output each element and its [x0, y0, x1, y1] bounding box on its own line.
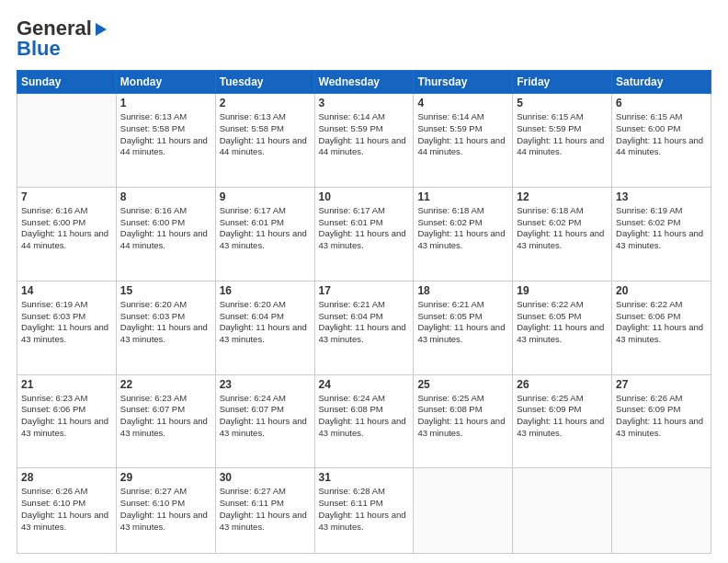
calendar-cell: 21Sunrise: 6:23 AMSunset: 6:06 PMDayligh…: [17, 374, 117, 468]
day-number: 2: [220, 97, 311, 109]
cell-info: Sunrise: 6:23 AMSunset: 6:06 PMDaylight:…: [21, 393, 112, 440]
day-number: 28: [21, 471, 112, 484]
cell-info: Sunrise: 6:27 AMSunset: 6:10 PMDaylight:…: [120, 486, 211, 533]
cell-info: Sunrise: 6:24 AMSunset: 6:07 PMDaylight:…: [220, 393, 311, 440]
calendar-cell: 27Sunrise: 6:26 AMSunset: 6:09 PMDayligh…: [612, 374, 711, 468]
calendar-cell: 11Sunrise: 6:18 AMSunset: 6:02 PMDayligh…: [414, 187, 513, 281]
logo-blue: Blue: [17, 37, 61, 61]
calendar-week-3: 14Sunrise: 6:19 AMSunset: 6:03 PMDayligh…: [17, 281, 711, 374]
day-number: 24: [319, 378, 410, 391]
calendar-cell: 15Sunrise: 6:20 AMSunset: 6:03 PMDayligh…: [116, 281, 215, 374]
calendar-cell: [17, 94, 117, 188]
calendar-cell: 26Sunrise: 6:25 AMSunset: 6:09 PMDayligh…: [513, 374, 612, 468]
day-number: 5: [517, 97, 608, 109]
calendar-week-5: 28Sunrise: 6:26 AMSunset: 6:10 PMDayligh…: [17, 468, 711, 554]
cell-info: Sunrise: 6:19 AMSunset: 6:03 PMDaylight:…: [21, 299, 112, 346]
cell-info: Sunrise: 6:26 AMSunset: 6:10 PMDaylight:…: [21, 486, 112, 533]
calendar-cell: 10Sunrise: 6:17 AMSunset: 6:01 PMDayligh…: [314, 187, 414, 281]
cell-info: Sunrise: 6:14 AMSunset: 5:59 PMDaylight:…: [319, 111, 410, 158]
calendar-cell: 9Sunrise: 6:17 AMSunset: 6:01 PMDaylight…: [215, 187, 314, 281]
page: General Blue SundayMondayTuesdayWednesda…: [0, 0, 728, 563]
cell-info: Sunrise: 6:13 AMSunset: 5:58 PMDaylight:…: [120, 111, 211, 158]
cell-info: Sunrise: 6:15 AMSunset: 6:00 PMDaylight:…: [616, 111, 707, 158]
day-number: 14: [21, 284, 112, 297]
calendar-week-2: 7Sunrise: 6:16 AMSunset: 6:00 PMDaylight…: [17, 187, 711, 281]
cell-info: Sunrise: 6:21 AMSunset: 6:04 PMDaylight:…: [319, 299, 410, 346]
day-number: 19: [517, 284, 608, 297]
day-number: 13: [616, 190, 707, 203]
cell-info: Sunrise: 6:20 AMSunset: 6:03 PMDaylight:…: [120, 299, 211, 346]
day-number: 16: [220, 284, 311, 297]
calendar-cell: 5Sunrise: 6:15 AMSunset: 5:59 PMDaylight…: [513, 94, 612, 188]
calendar-cell: 2Sunrise: 6:13 AMSunset: 5:58 PMDaylight…: [215, 94, 314, 188]
calendar-cell: 18Sunrise: 6:21 AMSunset: 6:05 PMDayligh…: [414, 281, 513, 374]
cell-info: Sunrise: 6:25 AMSunset: 6:09 PMDaylight:…: [517, 393, 608, 440]
cell-info: Sunrise: 6:26 AMSunset: 6:09 PMDaylight:…: [616, 393, 707, 440]
calendar-cell: 22Sunrise: 6:23 AMSunset: 6:07 PMDayligh…: [116, 374, 215, 468]
calendar-cell: 3Sunrise: 6:14 AMSunset: 5:59 PMDaylight…: [314, 94, 414, 188]
calendar-cell: 31Sunrise: 6:28 AMSunset: 6:11 PMDayligh…: [314, 468, 414, 554]
calendar-header-row: SundayMondayTuesdayWednesdayThursdayFrid…: [17, 71, 711, 94]
day-number: 22: [120, 378, 211, 391]
cell-info: Sunrise: 6:28 AMSunset: 6:11 PMDaylight:…: [319, 486, 410, 533]
day-number: 27: [616, 378, 707, 391]
calendar-cell: 13Sunrise: 6:19 AMSunset: 6:02 PMDayligh…: [612, 187, 711, 281]
calendar-cell: 25Sunrise: 6:25 AMSunset: 6:08 PMDayligh…: [414, 374, 513, 468]
day-number: 12: [517, 190, 608, 203]
day-number: 25: [417, 378, 508, 391]
calendar-week-1: 1Sunrise: 6:13 AMSunset: 5:58 PMDaylight…: [17, 94, 711, 188]
calendar-week-4: 21Sunrise: 6:23 AMSunset: 6:06 PMDayligh…: [17, 374, 711, 468]
calendar-body: 1Sunrise: 6:13 AMSunset: 5:58 PMDaylight…: [17, 94, 711, 554]
cell-info: Sunrise: 6:19 AMSunset: 6:02 PMDaylight:…: [616, 205, 707, 252]
calendar-cell: [612, 468, 711, 554]
logo: General Blue: [17, 17, 109, 61]
day-number: 11: [417, 190, 508, 203]
calendar-cell: [513, 468, 612, 554]
calendar-cell: 4Sunrise: 6:14 AMSunset: 5:59 PMDaylight…: [414, 94, 513, 188]
cell-info: Sunrise: 6:14 AMSunset: 5:59 PMDaylight:…: [417, 111, 508, 158]
cell-info: Sunrise: 6:20 AMSunset: 6:04 PMDaylight:…: [220, 299, 311, 346]
col-header-saturday: Saturday: [612, 71, 711, 94]
cell-info: Sunrise: 6:18 AMSunset: 6:02 PMDaylight:…: [517, 205, 608, 252]
calendar-cell: 6Sunrise: 6:15 AMSunset: 6:00 PMDaylight…: [612, 94, 711, 188]
calendar-cell: 23Sunrise: 6:24 AMSunset: 6:07 PMDayligh…: [215, 374, 314, 468]
day-number: 15: [120, 284, 211, 297]
calendar-cell: 17Sunrise: 6:21 AMSunset: 6:04 PMDayligh…: [314, 281, 414, 374]
calendar-cell: [414, 468, 513, 554]
calendar-cell: 12Sunrise: 6:18 AMSunset: 6:02 PMDayligh…: [513, 187, 612, 281]
cell-info: Sunrise: 6:27 AMSunset: 6:11 PMDaylight:…: [220, 486, 311, 533]
header: General Blue: [17, 17, 711, 61]
day-number: 1: [120, 97, 211, 109]
col-header-thursday: Thursday: [414, 71, 513, 94]
cell-info: Sunrise: 6:16 AMSunset: 6:00 PMDaylight:…: [21, 205, 112, 252]
calendar-table: SundayMondayTuesdayWednesdayThursdayFrid…: [17, 70, 711, 554]
col-header-wednesday: Wednesday: [314, 71, 414, 94]
logo-arrow-icon: [93, 21, 109, 38]
day-number: 9: [220, 190, 311, 203]
day-number: 31: [319, 471, 410, 484]
calendar-cell: 14Sunrise: 6:19 AMSunset: 6:03 PMDayligh…: [17, 281, 117, 374]
calendar-cell: 30Sunrise: 6:27 AMSunset: 6:11 PMDayligh…: [215, 468, 314, 554]
cell-info: Sunrise: 6:13 AMSunset: 5:58 PMDaylight:…: [220, 111, 311, 158]
cell-info: Sunrise: 6:22 AMSunset: 6:06 PMDaylight:…: [616, 299, 707, 346]
svg-marker-0: [96, 23, 107, 36]
cell-info: Sunrise: 6:18 AMSunset: 6:02 PMDaylight:…: [417, 205, 508, 252]
calendar-cell: 16Sunrise: 6:20 AMSunset: 6:04 PMDayligh…: [215, 281, 314, 374]
calendar-cell: 7Sunrise: 6:16 AMSunset: 6:00 PMDaylight…: [17, 187, 117, 281]
col-header-monday: Monday: [116, 71, 215, 94]
calendar-cell: 8Sunrise: 6:16 AMSunset: 6:00 PMDaylight…: [116, 187, 215, 281]
day-number: 26: [517, 378, 608, 391]
cell-info: Sunrise: 6:17 AMSunset: 6:01 PMDaylight:…: [220, 205, 311, 252]
calendar-cell: 28Sunrise: 6:26 AMSunset: 6:10 PMDayligh…: [17, 468, 117, 554]
day-number: 18: [417, 284, 508, 297]
calendar-cell: 24Sunrise: 6:24 AMSunset: 6:08 PMDayligh…: [314, 374, 414, 468]
col-header-sunday: Sunday: [17, 71, 117, 94]
cell-info: Sunrise: 6:17 AMSunset: 6:01 PMDaylight:…: [319, 205, 410, 252]
day-number: 29: [120, 471, 211, 484]
cell-info: Sunrise: 6:25 AMSunset: 6:08 PMDaylight:…: [417, 393, 508, 440]
cell-info: Sunrise: 6:22 AMSunset: 6:05 PMDaylight:…: [517, 299, 608, 346]
col-header-tuesday: Tuesday: [215, 71, 314, 94]
cell-info: Sunrise: 6:15 AMSunset: 5:59 PMDaylight:…: [517, 111, 608, 158]
cell-info: Sunrise: 6:16 AMSunset: 6:00 PMDaylight:…: [120, 205, 211, 252]
day-number: 4: [417, 97, 508, 109]
